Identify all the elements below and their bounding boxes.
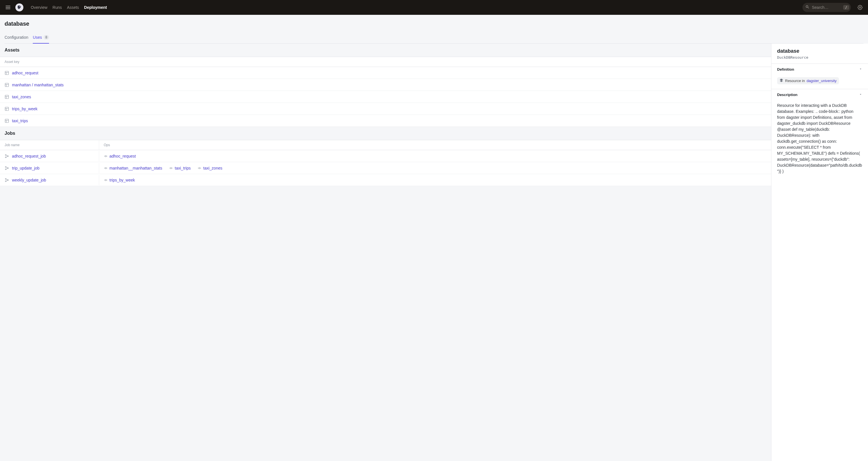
detail-sidebar: database DuckDBResource Definition Resou… bbox=[771, 43, 868, 461]
job-icon bbox=[5, 154, 9, 158]
svg-point-42 bbox=[105, 179, 106, 181]
definition-toggle[interactable]: Definition bbox=[771, 64, 868, 75]
dagster-logo[interactable] bbox=[15, 3, 24, 12]
svg-rect-9 bbox=[5, 83, 8, 87]
asset-row[interactable]: trips_by_week bbox=[0, 103, 771, 115]
page-title: database bbox=[5, 21, 863, 27]
assets-rows: adhoc_requestmanhattan / manhattan_stats… bbox=[0, 67, 771, 127]
svg-point-4 bbox=[20, 6, 20, 7]
topbar: Overview Runs Assets Deployment / bbox=[0, 0, 868, 15]
jobs-rows: adhoc_request_jobadhoc_requesttrip_updat… bbox=[0, 150, 771, 186]
asset-link[interactable]: manhattan / manhattan_stats bbox=[12, 83, 64, 87]
op-chip[interactable]: manhattan__manhattan_stats bbox=[104, 166, 162, 171]
asset-icon bbox=[5, 71, 9, 75]
svg-rect-12 bbox=[5, 95, 8, 99]
svg-point-33 bbox=[170, 167, 172, 169]
asset-link[interactable]: adhoc_request bbox=[12, 71, 38, 75]
resource-in-link[interactable]: dagster_university bbox=[806, 79, 837, 83]
svg-point-24 bbox=[105, 155, 106, 157]
asset-link[interactable]: taxi_trips bbox=[12, 119, 28, 123]
svg-rect-18 bbox=[5, 119, 8, 123]
op-link[interactable]: manhattan__manhattan_stats bbox=[110, 166, 162, 171]
assets-table-header: Asset key bbox=[0, 57, 771, 67]
svg-point-28 bbox=[5, 169, 6, 170]
asset-row[interactable]: manhattan / manhattan_stats bbox=[0, 79, 771, 91]
content: Assets Asset key adhoc_requestmanhattan … bbox=[0, 43, 868, 461]
definition-label: Definition bbox=[777, 67, 794, 71]
asset-link[interactable]: trips_by_week bbox=[12, 106, 38, 111]
asset-link[interactable]: taxi_zones bbox=[12, 95, 31, 99]
op-icon bbox=[104, 166, 108, 170]
chevron-down-icon bbox=[859, 93, 862, 97]
page-header: database Configuration Uses 8 bbox=[0, 15, 868, 43]
search-icon bbox=[805, 5, 810, 10]
op-link[interactable]: taxi_zones bbox=[203, 166, 222, 171]
op-chip[interactable]: trips_by_week bbox=[104, 178, 135, 182]
job-row: weekly_update_jobtrips_by_week bbox=[0, 174, 771, 186]
op-icon bbox=[104, 154, 108, 158]
asset-icon bbox=[5, 83, 9, 87]
asset-row[interactable]: taxi_zones bbox=[0, 91, 771, 103]
tab-uses[interactable]: Uses 8 bbox=[33, 33, 49, 43]
settings-button[interactable] bbox=[856, 3, 865, 12]
definition-body: Resource in dagster_university bbox=[771, 75, 868, 89]
job-icon bbox=[5, 178, 9, 182]
job-row: adhoc_request_jobadhoc_request bbox=[0, 150, 771, 162]
svg-point-41 bbox=[7, 180, 8, 180]
op-chip[interactable]: adhoc_request bbox=[104, 154, 136, 158]
description-body: Resource for interacting with a DuckDB d… bbox=[771, 100, 868, 179]
op-icon bbox=[104, 178, 108, 182]
jobs-col-ops: Ops bbox=[99, 140, 771, 150]
nav-assets[interactable]: Assets bbox=[67, 5, 79, 10]
tab-configuration[interactable]: Configuration bbox=[5, 33, 28, 43]
assets-section-header: Assets bbox=[0, 43, 771, 57]
job-row: trip_update_jobmanhattan__manhattan_stat… bbox=[0, 162, 771, 174]
svg-point-39 bbox=[5, 178, 6, 179]
menu-button[interactable] bbox=[3, 3, 12, 12]
svg-point-29 bbox=[7, 167, 8, 168]
nav-overview[interactable]: Overview bbox=[31, 5, 47, 10]
op-chip[interactable]: taxi_trips bbox=[169, 166, 191, 171]
svg-point-30 bbox=[105, 167, 106, 169]
op-link[interactable]: adhoc_request bbox=[110, 154, 136, 158]
job-link[interactable]: weekly_update_job bbox=[12, 178, 46, 182]
svg-point-5 bbox=[860, 7, 861, 8]
asset-row[interactable]: adhoc_request bbox=[0, 67, 771, 79]
jobs-col-name: Job name bbox=[0, 140, 99, 150]
search-box[interactable]: / bbox=[802, 3, 851, 12]
job-link[interactable]: trip_update_job bbox=[12, 166, 40, 171]
svg-point-23 bbox=[7, 156, 8, 156]
op-chip[interactable]: taxi_zones bbox=[197, 166, 222, 171]
op-link[interactable]: trips_by_week bbox=[110, 178, 135, 182]
svg-point-36 bbox=[199, 167, 200, 169]
description-toggle[interactable]: Description bbox=[771, 89, 868, 100]
nav-links: Overview Runs Assets Deployment bbox=[31, 5, 107, 10]
op-link[interactable]: taxi_trips bbox=[175, 166, 191, 171]
nav-runs[interactable]: Runs bbox=[53, 5, 62, 10]
op-icon bbox=[197, 166, 202, 170]
search-input[interactable] bbox=[812, 5, 841, 10]
jobs-section-header: Jobs bbox=[0, 127, 771, 140]
asset-row[interactable]: taxi_trips bbox=[0, 115, 771, 127]
main-column: Assets Asset key adhoc_requestmanhattan … bbox=[0, 43, 771, 186]
nav-deployment[interactable]: Deployment bbox=[84, 5, 107, 10]
asset-icon bbox=[5, 119, 9, 123]
chevron-down-icon bbox=[859, 67, 862, 71]
svg-rect-15 bbox=[5, 107, 8, 111]
tab-label: Uses bbox=[33, 35, 42, 40]
job-link[interactable]: adhoc_request_job bbox=[12, 154, 46, 158]
svg-rect-6 bbox=[5, 71, 8, 75]
description-text: Resource for interacting with a DuckDB d… bbox=[777, 102, 862, 174]
layers-icon bbox=[779, 79, 783, 83]
resource-in-pill[interactable]: Resource in dagster_university bbox=[777, 77, 839, 84]
svg-point-27 bbox=[5, 166, 6, 167]
asset-icon bbox=[5, 95, 9, 99]
tabs: Configuration Uses 8 bbox=[5, 33, 863, 43]
detail-subtitle: DuckDBResource bbox=[771, 55, 868, 64]
job-icon bbox=[5, 166, 9, 171]
assets-col-key: Asset key bbox=[0, 57, 24, 67]
jobs-table-header: Job name Ops bbox=[0, 140, 771, 150]
svg-point-22 bbox=[5, 157, 6, 158]
description-label: Description bbox=[777, 93, 798, 97]
svg-point-40 bbox=[5, 181, 6, 182]
